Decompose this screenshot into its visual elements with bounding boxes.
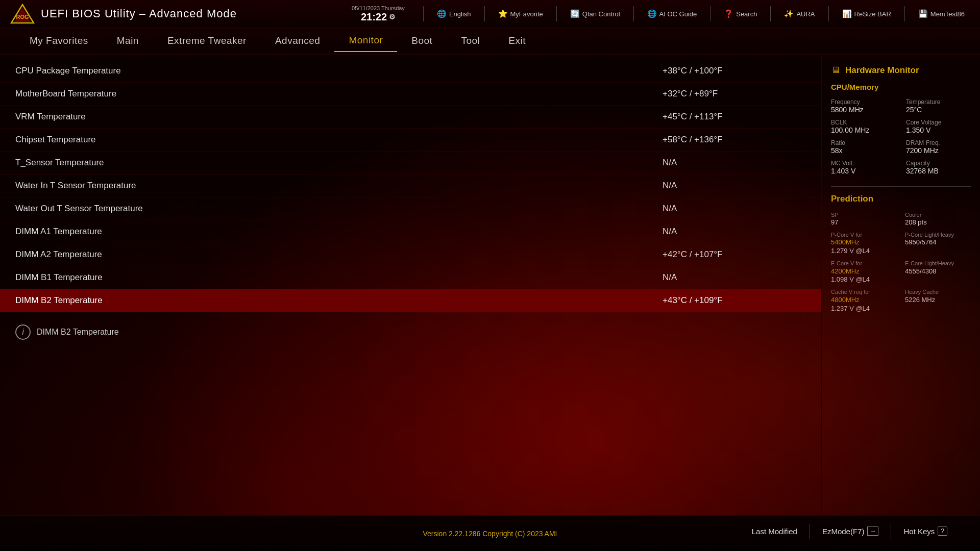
footer-version: Version 2.22.1286 Copyright (C) 2023 AMI — [423, 530, 557, 538]
logo-area: ROG UEFI BIOS Utility – Advanced Mode — [10, 4, 237, 24]
last-modified-button[interactable]: Last Modified — [740, 524, 810, 539]
divider — [556, 6, 557, 21]
setting-value: +32°C / +89°F — [663, 89, 805, 99]
myfavorite-button[interactable]: ⭐ MyFavorite — [493, 7, 548, 20]
pcore-v-cell: P-Core V for 5400MHz 1.279 V @L4 — [831, 231, 897, 256]
monitor-icon: 🖥 — [831, 65, 840, 76]
right-sidebar: 🖥 Hardware Monitor CPU/Memory Frequency … — [822, 55, 980, 515]
fan-icon: 🔄 — [570, 9, 580, 18]
cooler-cell: Cooler 208 pts — [905, 211, 971, 227]
setting-row-chipset[interactable]: Chipset Temperature +58°C / +136°F — [0, 129, 821, 152]
ez-mode-button[interactable]: EzMode(F7) → — [810, 523, 892, 539]
footer-actions: Last Modified EzMode(F7) → Hot Keys ? — [740, 523, 960, 539]
search-button[interactable]: ❓ Search — [719, 7, 762, 20]
dram-freq-label: DRAM Freq. — [906, 139, 971, 146]
pcore-lh-cell: P-Core Light/Heavy 5950/5764 — [905, 231, 971, 256]
english-button[interactable]: 🌐 English — [432, 7, 476, 20]
top-bar: ROG UEFI BIOS Utility – Advanced Mode 05… — [0, 0, 980, 28]
frequency-value: 5800 MHz — [831, 106, 896, 114]
info-text: DIMM B2 Temperature — [37, 328, 119, 337]
setting-name: MotherBoard Temperature — [15, 89, 663, 99]
prediction-title: Prediction — [831, 194, 971, 204]
nav-item-monitor[interactable]: Monitor — [334, 30, 397, 52]
setting-row-water-out[interactable]: Water Out T Sensor Temperature N/A — [0, 197, 821, 220]
hot-keys-button[interactable]: Hot Keys ? — [891, 523, 960, 539]
globe-icon: 🌐 — [437, 9, 447, 18]
star-icon: ⭐ — [498, 9, 508, 18]
setting-row-dimm-b1[interactable]: DIMM B1 Temperature N/A — [0, 266, 821, 289]
setting-row-dimm-b2[interactable]: DIMM B2 Temperature +43°C / +109°F — [0, 289, 821, 312]
aioc-button[interactable]: 🌐 AI OC Guide — [642, 7, 702, 20]
nav-item-exit[interactable]: Exit — [494, 30, 540, 52]
setting-value: +38°C / +100°F — [663, 66, 805, 76]
divider — [904, 6, 905, 21]
setting-name: DIMM A1 Temperature — [15, 227, 663, 237]
resizebar-icon: 📊 — [842, 9, 852, 18]
ecore-v-val: 1.098 V @L4 — [831, 276, 897, 284]
setting-row-tsensor[interactable]: T_Sensor Temperature N/A — [0, 152, 821, 174]
nav-item-advanced[interactable]: Advanced — [261, 30, 335, 52]
footer: Version 2.22.1286 Copyright (C) 2023 AMI… — [0, 515, 980, 551]
nav-bar: My Favorites Main Extreme Tweaker Advanc… — [0, 28, 980, 55]
setting-value: N/A — [663, 272, 805, 283]
ecore-lh-label: E-Core Light/Heavy — [905, 260, 971, 267]
info-row: i DIMM B2 Temperature — [0, 317, 821, 347]
memtest-button[interactable]: 💾 MemTest86 — [913, 7, 970, 20]
ez-mode-label: EzMode(F7) — [822, 527, 865, 536]
search-icon: ❓ — [724, 9, 733, 18]
setting-row-dimm-a2[interactable]: DIMM A2 Temperature +42°C / +107°F — [0, 243, 821, 266]
ratio-cell: Ratio 58x — [831, 139, 896, 155]
nav-item-myfavorites[interactable]: My Favorites — [15, 30, 103, 52]
setting-row-cpu-package[interactable]: CPU Package Temperature +38°C / +100°F — [0, 60, 821, 83]
cache-freq: 4800MHz — [831, 296, 897, 305]
nav-item-extremetweaker[interactable]: Extreme Tweaker — [153, 30, 261, 52]
setting-name: CPU Package Temperature — [15, 66, 663, 76]
svg-text:ROG: ROG — [16, 14, 29, 20]
hot-keys-label: Hot Keys — [903, 527, 935, 536]
mc-volt-label: MC Volt. — [831, 160, 896, 167]
sp-cell: SP 97 — [831, 211, 897, 227]
capacity-label: Capacity — [906, 160, 971, 167]
setting-value: N/A — [663, 227, 805, 237]
ecore-v-cell: E-Core V for 4200MHz 1.098 V @L4 — [831, 260, 897, 284]
cpu-memory-grid: Frequency 5800 MHz Temperature 25°C BCLK… — [831, 98, 971, 175]
setting-row-water-in[interactable]: Water In T Sensor Temperature N/A — [0, 174, 821, 197]
hw-monitor-title: 🖥 Hardware Monitor — [831, 65, 971, 76]
setting-row-motherboard[interactable]: MotherBoard Temperature +32°C / +89°F — [0, 83, 821, 106]
setting-value: +42°C / +107°F — [663, 249, 805, 260]
divider — [828, 6, 829, 21]
resizebar-button[interactable]: 📊 ReSize BAR — [837, 7, 896, 20]
cache-v-val: 1.237 V @L4 — [831, 305, 897, 313]
temperature-cell: Temperature 25°C — [906, 98, 971, 114]
bclk-cell: BCLK 100.00 MHz — [831, 119, 896, 134]
ratio-label: Ratio — [831, 139, 896, 146]
mc-volt-cell: MC Volt. 1.403 V — [831, 160, 896, 175]
aura-button[interactable]: ✨ AURA — [779, 7, 820, 20]
bclk-label: BCLK — [831, 119, 896, 126]
divider — [633, 6, 634, 21]
ecore-v-label: E-Core V for — [831, 260, 897, 267]
cooler-label: Cooler — [905, 211, 971, 218]
settings-icon[interactable]: ⚙ — [389, 13, 396, 21]
nav-item-main[interactable]: Main — [103, 30, 153, 52]
ratio-value: 58x — [831, 146, 896, 155]
ecore-lh-value: 4555/4308 — [905, 267, 971, 276]
core-voltage-cell: Core Voltage 1.350 V — [906, 119, 971, 134]
qfan-button[interactable]: 🔄 Qfan Control — [565, 7, 625, 20]
pcore-v-label: P-Core V for — [831, 231, 897, 238]
setting-row-dimm-a1[interactable]: DIMM A1 Temperature N/A — [0, 220, 821, 243]
setting-value: +45°C / +113°F — [663, 112, 805, 122]
app-title: UEFI BIOS Utility – Advanced Mode — [41, 7, 237, 20]
setting-value: N/A — [663, 181, 805, 191]
ecore-freq: 4200MHz — [831, 267, 897, 276]
heavy-cache-label: Heavy Cache — [905, 288, 971, 295]
pcore-lh-value: 5950/5764 — [905, 238, 971, 247]
setting-name: Chipset Temperature — [15, 135, 663, 145]
setting-name: T_Sensor Temperature — [15, 158, 663, 168]
nav-item-boot[interactable]: Boot — [397, 30, 447, 52]
nav-item-tool[interactable]: Tool — [447, 30, 494, 52]
heavy-cache-cell: Heavy Cache 5226 MHz — [905, 288, 971, 313]
setting-row-vrm[interactable]: VRM Temperature +45°C / +113°F — [0, 106, 821, 129]
divider — [710, 6, 710, 21]
pcore-v-val: 1.279 V @L4 — [831, 247, 897, 256]
